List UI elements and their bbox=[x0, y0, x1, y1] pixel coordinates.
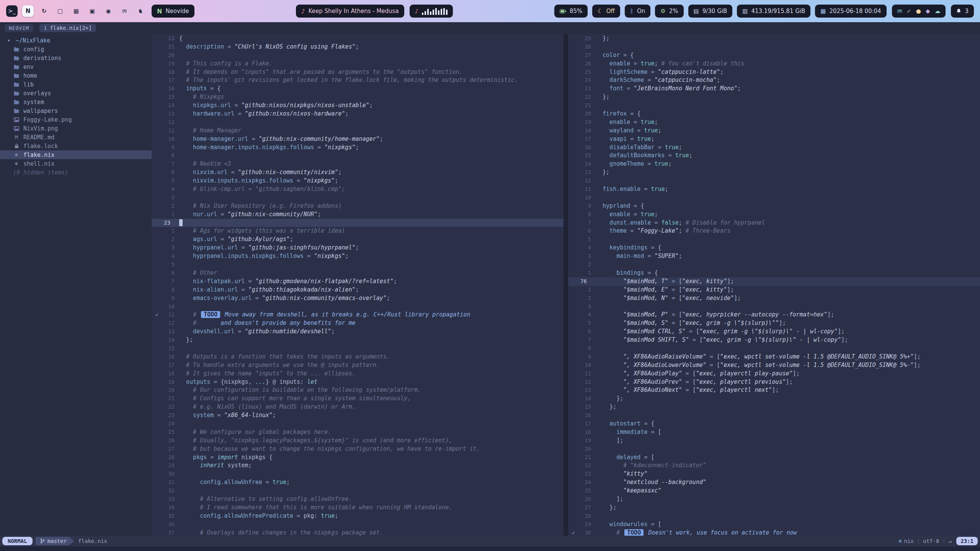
code-line[interactable]: 32 bbox=[152, 487, 564, 495]
code-line[interactable]: 14 gnomeTheme = true; bbox=[568, 160, 980, 168]
code-line[interactable]: 1 bindings = { bbox=[568, 269, 980, 277]
idle-inhibitor-chip[interactable]: ☾Off bbox=[592, 5, 620, 18]
code-line[interactable]: 12 bbox=[152, 118, 564, 127]
disk-chip[interactable]: ▥413.19/915.81 GiB bbox=[737, 5, 810, 18]
code-line[interactable]: 19 outputs = {nixpkgs, ...} @ inputs: le… bbox=[152, 378, 564, 386]
code-line[interactable]: 26 # Usually, "nixpkgs.legacyPackages.${… bbox=[152, 437, 564, 445]
code-line[interactable]: 22 # e.g. NixOS (linux) and MacOS (darwi… bbox=[152, 403, 564, 411]
code-line[interactable]: 7 # NeoVim <3 bbox=[152, 160, 564, 168]
code-line[interactable]: 17 # The inputs' git revisions get locke… bbox=[152, 76, 564, 85]
file-tree-item-overlays[interactable]: overlays bbox=[0, 89, 152, 98]
workspace-button-2[interactable]: N bbox=[22, 5, 34, 17]
code-line[interactable]: 4 "$mainMod, P" = ["exec, hyprpicker --a… bbox=[568, 311, 980, 319]
mail-tray-icon[interactable]: ✉ bbox=[897, 8, 902, 15]
code-line[interactable]: 22 # "kdeconnect-indicator" bbox=[568, 461, 980, 470]
code-line[interactable]: 8 bbox=[568, 344, 980, 353]
code-line[interactable]: 13 }; bbox=[568, 168, 980, 177]
code-line[interactable]: 20 bbox=[568, 445, 980, 453]
code-line[interactable]: 25 lightScheme = "catppuccin-latte"; bbox=[568, 68, 980, 77]
bluetooth-chip[interactable]: ᛒOn bbox=[625, 5, 650, 18]
code-line[interactable]: 9 ", XF86AudioRaiseVolume" = ["exec, wpc… bbox=[568, 353, 980, 361]
code-line[interactable]: 1 # Ags for widgets (this was a terrible… bbox=[152, 227, 564, 235]
code-line[interactable]: 19 enable = true; bbox=[568, 118, 980, 127]
code-line[interactable]: 35 config.allowUnfreePredicate = pkg: tr… bbox=[152, 512, 564, 520]
code-line[interactable]: 14 }; bbox=[152, 336, 564, 344]
code-line[interactable]: 11 ", XF86AudioPlay" = ["exec, playerctl… bbox=[568, 370, 980, 378]
code-line[interactable]: 5 nixvim.inputs.nixpkgs.follows = "nixpk… bbox=[152, 177, 564, 185]
code-line[interactable]: 27 # but because we want to change the n… bbox=[152, 445, 564, 453]
active-window-chip[interactable]: N Neovide bbox=[152, 5, 194, 18]
code-line[interactable]: 19 ]; bbox=[568, 437, 980, 445]
file-tree-item-system[interactable]: system bbox=[0, 98, 152, 106]
code-line[interactable]: 4 # blink-cmp.url = "github:saghen/blink… bbox=[152, 185, 564, 194]
workspace-button-4[interactable]: ▢ bbox=[54, 5, 66, 17]
code-line[interactable]: 13 ", XF86AudioNext" = ["exec, playerctl… bbox=[568, 386, 980, 395]
code-line[interactable]: 21 # Configs can support more than a sin… bbox=[152, 395, 564, 403]
code-line[interactable]: 2 bbox=[568, 261, 980, 269]
code-line[interactable]: 1 "$mainMod, E" = ["exec, kitty"]; bbox=[568, 286, 980, 294]
code-line[interactable]: 28 bbox=[568, 512, 980, 520]
workspace-button-5[interactable]: ▦ bbox=[70, 5, 82, 17]
code-line[interactable]: 9 home-manager.inputs.nixpkgs.follows = … bbox=[152, 143, 564, 152]
battery-chip[interactable]: 85% bbox=[554, 5, 588, 18]
keepassxc-tray-icon[interactable]: ✓ bbox=[906, 8, 911, 15]
code-line[interactable]: 29 windowrules = [ bbox=[568, 520, 980, 529]
code-line[interactable]: 13 devshell.url = "github:numtide/devshe… bbox=[152, 328, 564, 336]
code-line[interactable]: 18 wayland = true; bbox=[568, 127, 980, 135]
code-line[interactable]: 22 }; bbox=[568, 93, 980, 101]
clock-chip[interactable]: ▦2025-06-18 00:04 bbox=[815, 5, 886, 18]
code-line[interactable]: 6 nixvim.url = "github:nix-community/nix… bbox=[152, 168, 564, 177]
media-player-chip[interactable]: ♪ Keep Shelly In Athens - Medusa bbox=[296, 5, 404, 18]
code-line[interactable]: 3 hyprpanel.url = "github:jas-singhfsu/h… bbox=[152, 244, 564, 252]
code-line[interactable]: 18 immediate = [ bbox=[568, 428, 980, 437]
code-line[interactable]: 19 # This config is a Flake. bbox=[152, 60, 564, 68]
workspace-button-6[interactable]: ▣ bbox=[87, 5, 98, 17]
code-line[interactable]: 24 darkScheme = "catppuccin-mocha"; bbox=[568, 76, 980, 85]
code-line[interactable]: 7 "$mainMod SHIFT, S" = ["exec, grim -g … bbox=[568, 336, 980, 344]
code-line[interactable]: 26 ]; bbox=[568, 495, 980, 504]
code-line[interactable]: 21 bbox=[568, 101, 980, 110]
code-line[interactable]: 3 bbox=[152, 194, 564, 202]
code-line[interactable]: 11 # Home Manager bbox=[152, 127, 564, 135]
code-line[interactable]: 23 font = "JetBrainsMono Nerd Font Mono"… bbox=[568, 85, 980, 93]
code-line[interactable]: 8 nix-alien.url = "github:thiagokokada/n… bbox=[152, 286, 564, 294]
code-line[interactable]: 12 ", XF86AudioPrev" = ["exec, playerctl… bbox=[568, 378, 980, 386]
file-tree-item-wallpapers[interactable]: wallpapers bbox=[0, 106, 152, 115]
code-line[interactable]: 15 }; bbox=[568, 403, 980, 411]
code-line[interactable]: 8 enable = true; bbox=[568, 210, 980, 219]
code-line[interactable]: 21 description = "ChUrl's NixOS config u… bbox=[152, 43, 564, 51]
code-line[interactable]: 25 # We configure our global packages he… bbox=[152, 428, 564, 437]
code-line[interactable]: 6 # Other bbox=[152, 269, 564, 277]
file-tree-root[interactable]: ▾~/NixFlake bbox=[0, 36, 152, 45]
cpu-chip[interactable]: ⚙2% bbox=[655, 5, 683, 18]
code-line[interactable]: 22{ bbox=[152, 34, 564, 43]
code-line[interactable]: 13 hardware.url = "github:nixos/nixos-ha… bbox=[152, 110, 564, 118]
file-tree-item-home[interactable]: home bbox=[0, 71, 152, 80]
code-line[interactable]: 20 # Our configuration is buildable on t… bbox=[152, 386, 564, 395]
code-line[interactable]: 5 bbox=[152, 261, 564, 269]
code-line[interactable]: 23 system = "x86_64-linux"; bbox=[152, 411, 564, 420]
code-line[interactable]: 34 # I read somewhere that this is more … bbox=[152, 504, 564, 512]
code-line[interactable]: 9 emacs-overlay.url = "github:nix-commun… bbox=[152, 294, 564, 303]
workspace-button-7[interactable]: ◉ bbox=[103, 5, 114, 17]
buffer-tab[interactable]: 1 flake.nix[2+] bbox=[39, 24, 96, 32]
git-branch[interactable]: master bbox=[36, 537, 72, 545]
file-tree-item-Foggy-Lake.png[interactable]: Foggy-Lake.png bbox=[0, 115, 152, 124]
code-line[interactable]: 14 }; bbox=[568, 395, 980, 403]
code-line[interactable]: 36 bbox=[152, 520, 564, 529]
code-line[interactable]: 76 "$mainMod, T" = ["exec, kitty"]; bbox=[568, 277, 980, 286]
code-line[interactable]: 29 inherit system; bbox=[152, 461, 564, 470]
code-line[interactable]: 10 bbox=[568, 194, 980, 202]
code-line[interactable]: 23 bbox=[152, 219, 564, 227]
file-tree-item-env[interactable]: env bbox=[0, 62, 152, 71]
file-tree-item-flake.nix[interactable]: ❄flake.nix bbox=[0, 150, 152, 159]
code-line[interactable]: 16 # Outputs is a function that takes th… bbox=[152, 353, 564, 361]
code-line[interactable]: 3 bbox=[568, 303, 980, 311]
code-line[interactable]: 4 keybindings = { bbox=[568, 244, 980, 252]
workspace-button-9[interactable]: ♞ bbox=[135, 5, 146, 17]
code-line[interactable]: 15 # Nixpkgs bbox=[152, 93, 564, 101]
status-dot-tray-icon[interactable]: ● bbox=[916, 8, 921, 15]
notifications-chip[interactable]: 3 bbox=[951, 5, 974, 18]
app-tray-icon[interactable]: ◆ bbox=[926, 8, 930, 15]
code-line[interactable]: 11 fish.enable = true; bbox=[568, 185, 980, 194]
